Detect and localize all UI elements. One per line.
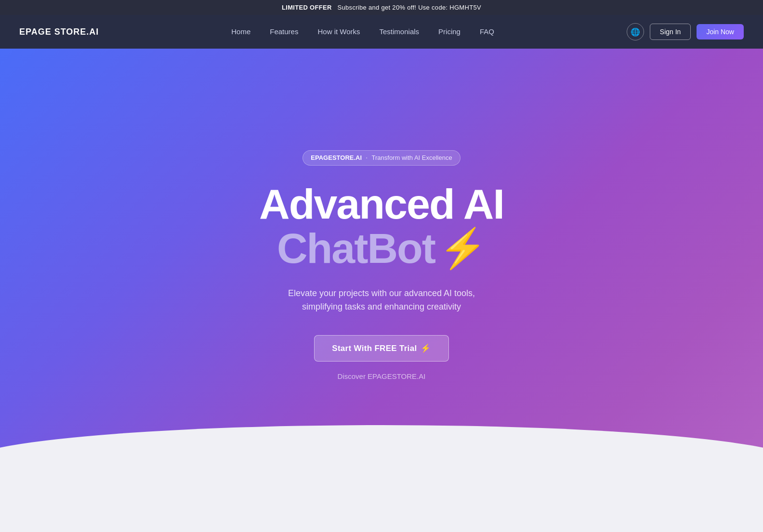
nav-item-faq[interactable]: FAQ bbox=[480, 27, 494, 36]
nav-link-how-it-works[interactable]: How it Works bbox=[317, 27, 360, 36]
nav-item-how-it-works[interactable]: How it Works bbox=[317, 27, 360, 36]
announcement-text: Subscribe and get 20% off! Use code: HGM… bbox=[338, 4, 481, 11]
cta-label: Start With FREE Trial bbox=[332, 344, 417, 353]
hero-description: Elevate your projects with our advanced … bbox=[280, 286, 483, 314]
discover-link[interactable]: Discover EPAGESTORE.AI bbox=[338, 372, 426, 380]
nav-item-pricing[interactable]: Pricing bbox=[438, 27, 460, 36]
limited-offer-label: LIMITED OFFER bbox=[282, 4, 332, 11]
join-now-button[interactable]: Join Now bbox=[697, 24, 744, 39]
nav-link-pricing[interactable]: Pricing bbox=[438, 27, 460, 36]
logo[interactable]: EPAGE STORE.AI bbox=[19, 27, 99, 37]
hero-section: EPAGESTORE.AI · Transform with AI Excell… bbox=[0, 49, 763, 511]
sign-in-button[interactable]: Sign In bbox=[650, 24, 691, 40]
badge-dot: · bbox=[366, 154, 368, 162]
nav-link-features[interactable]: Features bbox=[270, 27, 298, 36]
hero-title-line2: ChatBot⚡ bbox=[277, 225, 486, 272]
nav-item-features[interactable]: Features bbox=[270, 27, 298, 36]
nav-link-faq[interactable]: FAQ bbox=[480, 27, 494, 36]
badge-tagline: Transform with AI Excellence bbox=[372, 154, 452, 161]
nav-item-home[interactable]: Home bbox=[231, 27, 250, 36]
nav-link-testimonials[interactable]: Testimonials bbox=[380, 27, 420, 36]
nav-item-testimonials[interactable]: Testimonials bbox=[380, 27, 420, 36]
badge-brand: EPAGESTORE.AI bbox=[311, 154, 362, 161]
lightning-icon: ⚡ bbox=[439, 227, 486, 270]
nav-actions: 🌐 Sign In Join Now bbox=[627, 23, 744, 40]
cta-free-trial-button[interactable]: Start With FREE Trial ⚡ bbox=[314, 335, 448, 362]
globe-icon: 🌐 bbox=[631, 27, 640, 37]
cta-lightning-icon: ⚡ bbox=[421, 343, 431, 353]
hero-chatbot-text: ChatBot bbox=[277, 225, 435, 272]
navbar: EPAGE STORE.AI Home Features How it Work… bbox=[0, 15, 763, 49]
hero-title-line1: Advanced AI bbox=[259, 183, 504, 225]
language-button[interactable]: 🌐 bbox=[627, 23, 644, 40]
announcement-bar: LIMITED OFFER Subscribe and get 20% off!… bbox=[0, 0, 763, 15]
nav-links: Home Features How it Works Testimonials … bbox=[231, 27, 494, 36]
hero-badge: EPAGESTORE.AI · Transform with AI Excell… bbox=[303, 150, 460, 166]
nav-link-home[interactable]: Home bbox=[231, 27, 250, 36]
